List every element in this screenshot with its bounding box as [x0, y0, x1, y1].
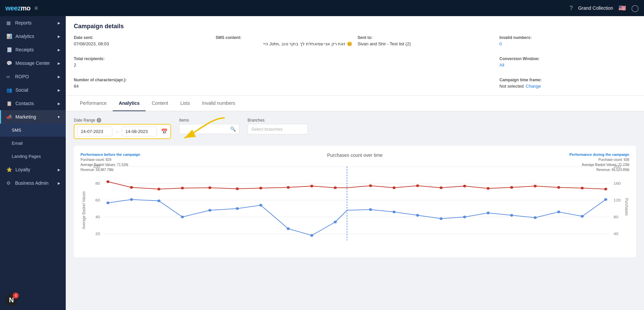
- business-admin-expand-icon: ▶: [58, 181, 60, 185]
- items-search-input[interactable]: [183, 127, 228, 132]
- sidebar-item-sms[interactable]: SMS: [0, 124, 66, 137]
- svg-text:20: 20: [95, 232, 100, 236]
- sidebar-item-loyalty[interactable]: ⭐ Loyalty ▶: [0, 163, 66, 176]
- date-range-inner: → 📅: [77, 127, 168, 136]
- calendar-icon[interactable]: 📅: [161, 128, 168, 135]
- sidebar-item-reports-label: Reports: [15, 20, 32, 26]
- invalid-numbers-value[interactable]: 0: [499, 41, 636, 46]
- svg-point-24: [236, 187, 239, 190]
- svg-point-47: [287, 227, 290, 230]
- user-avatar-icon[interactable]: ◯: [631, 4, 639, 12]
- notification-badge: 4: [13, 293, 19, 299]
- legend-right-title: Performance during the campaign: [570, 152, 629, 157]
- conversion-window-label: Conversion Window:: [499, 56, 636, 61]
- campaign-timeframe-label: Campaign time frame:: [499, 78, 636, 82]
- filters-row: Date Range i → 📅 Items: [74, 118, 636, 139]
- sms-content-item: SMS content: 😊 זאת רק אני שמאחלת לך בוקר…: [216, 35, 352, 89]
- svg-text:40: 40: [613, 232, 619, 236]
- svg-point-56: [510, 214, 513, 217]
- ropo-expand-icon: ▶: [58, 75, 60, 79]
- sent-to-label: Sent to:: [358, 35, 494, 40]
- hamburger-menu-icon[interactable]: ≡: [35, 5, 38, 12]
- sms-content-label: SMS content:: [216, 35, 352, 40]
- svg-point-40: [106, 202, 109, 204]
- date-sent-item: Date sent: 07/08/2023, 08:03 Total recip…: [74, 35, 210, 89]
- svg-point-27: [310, 185, 313, 187]
- svg-point-28: [334, 186, 337, 189]
- sidebar-item-ropo[interactable]: ∞ ROPO ▶: [0, 70, 66, 83]
- date-range-info-icon[interactable]: i: [97, 118, 101, 123]
- svg-point-20: [130, 186, 133, 189]
- svg-point-51: [392, 211, 395, 213]
- sidebar-item-message-center-label: Message Center: [15, 60, 50, 66]
- date-range-label: Date Range i: [74, 118, 171, 123]
- sidebar-item-contacts[interactable]: 📋 Contacts ▶: [0, 97, 66, 110]
- sidebar-item-message-center[interactable]: 💬 Message Center ▶: [0, 56, 66, 70]
- sms-content-value: 😊 זאת רק אני שמאחלת לך בוקר טוב ,John הי…: [216, 41, 352, 46]
- sidebar-item-email-label: Email: [12, 141, 23, 146]
- svg-text:60: 60: [95, 198, 100, 203]
- svg-point-39: [604, 188, 607, 190]
- conversion-window-value[interactable]: All: [499, 62, 636, 68]
- svg-point-58: [557, 211, 560, 213]
- sidebar-item-contacts-label: Contacts: [15, 101, 34, 106]
- date-sent-value: 07/08/2023, 08:03: [74, 41, 210, 46]
- total-recipients-label: Total recipients:: [74, 56, 210, 61]
- tab-analytics[interactable]: Analytics: [113, 96, 146, 111]
- notification-wrapper: N 4: [5, 294, 17, 306]
- reports-icon: ▦: [6, 20, 12, 26]
- sidebar-item-business-admin[interactable]: ⚙ Business Admin ▶: [0, 176, 66, 190]
- svg-point-41: [130, 198, 133, 201]
- tab-performance[interactable]: Performance: [74, 96, 113, 111]
- tab-invalid-numbers[interactable]: Invalid numbers: [196, 96, 241, 111]
- branches-select[interactable]: Select branches: [248, 124, 308, 134]
- analytics-expand-icon: ▶: [58, 35, 60, 38]
- svg-point-26: [287, 186, 290, 189]
- svg-point-25: [259, 187, 262, 189]
- message-center-icon: 💬: [6, 60, 12, 66]
- svg-point-53: [439, 217, 442, 220]
- branches-label: Branches: [248, 118, 308, 123]
- svg-point-34: [487, 187, 490, 190]
- change-link[interactable]: Change: [526, 84, 541, 89]
- svg-point-32: [439, 186, 442, 189]
- tab-lists[interactable]: Lists: [174, 96, 196, 111]
- main-content: Campaign details Date sent: 07/08/2023, …: [66, 16, 644, 310]
- campaign-details-title: Campaign details: [74, 23, 636, 30]
- sidebar-item-email[interactable]: Email: [0, 137, 66, 150]
- branches-filter-group: Branches Select branches: [248, 118, 308, 134]
- flag-icon[interactable]: 🇺🇸: [619, 4, 626, 12]
- date-from-input[interactable]: [77, 127, 112, 136]
- sidebar-item-reports[interactable]: ▦ Reports ▶: [0, 16, 66, 30]
- total-recipients-value: 2: [74, 62, 210, 68]
- svg-point-31: [416, 184, 419, 187]
- svg-text:100: 100: [93, 165, 100, 169]
- contacts-expand-icon: ▶: [58, 102, 60, 105]
- sidebar-item-landing-pages[interactable]: Landing Pages: [0, 150, 66, 163]
- sidebar-item-marketing[interactable]: 📣 Marketing ▼: [0, 110, 66, 124]
- svg-text:80: 80: [95, 181, 100, 186]
- analytics-section: Date Range i → 📅 Items: [66, 111, 644, 264]
- loyalty-expand-icon: ▶: [58, 168, 60, 172]
- svg-point-50: [369, 208, 372, 211]
- sidebar-item-analytics[interactable]: 📊 Analytics ▶: [0, 30, 66, 43]
- svg-point-29: [369, 184, 372, 187]
- sidebar-item-ropo-label: ROPO: [15, 74, 29, 79]
- social-expand-icon: ▶: [58, 88, 60, 92]
- sidebar-item-marketing-label: Marketing: [15, 114, 36, 120]
- items-search-icon: 🔍: [230, 126, 236, 132]
- tab-content[interactable]: Content: [146, 96, 174, 111]
- topnav-right: ? Grand Collection 🇺🇸 ◯: [570, 4, 639, 12]
- date-range-arrow: →: [115, 129, 119, 134]
- items-search-box[interactable]: 🔍: [179, 124, 239, 134]
- reports-expand-icon: ▶: [58, 21, 60, 25]
- help-icon[interactable]: ?: [570, 5, 573, 12]
- loyalty-icon: ⭐: [6, 167, 12, 172]
- svg-point-59: [581, 215, 584, 218]
- date-to-input[interactable]: [122, 127, 157, 136]
- items-filter-group: Items 🔍: [179, 118, 239, 134]
- svg-point-42: [157, 200, 160, 202]
- svg-point-30: [392, 186, 395, 189]
- sidebar-item-social[interactable]: 👥 Social ▶: [0, 83, 66, 97]
- sidebar-item-receipts[interactable]: 🧾 Receipts ▶: [0, 43, 66, 56]
